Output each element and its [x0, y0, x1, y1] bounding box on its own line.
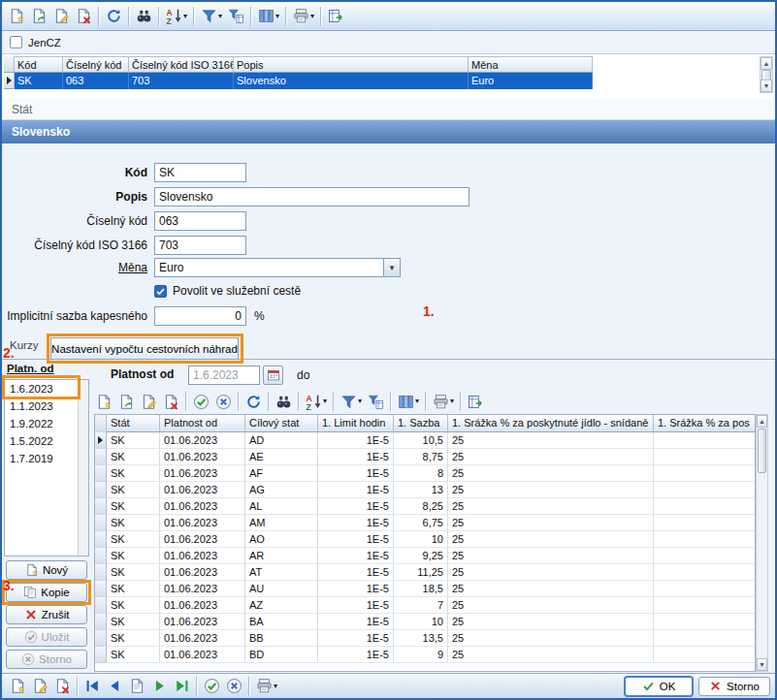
rates-column-header[interactable]: 1. Srážka % za pos — [654, 415, 756, 432]
doc-new-button[interactable] — [6, 5, 28, 28]
platnost-od-input[interactable]: 1.6.2023 — [188, 366, 260, 385]
doc-delete-button[interactable] — [160, 390, 182, 413]
filter-advanced-button[interactable] — [365, 390, 387, 413]
rates-column-header[interactable]: Stát — [107, 415, 160, 432]
kod-input[interactable]: SK — [154, 163, 246, 182]
doc-edit-button[interactable] — [29, 675, 51, 698]
search-button[interactable] — [273, 390, 295, 413]
ok-button[interactable]: OK — [625, 677, 693, 696]
scroll-down-button[interactable]: ▼ — [761, 80, 772, 92]
rates-row[interactable]: SK01.06.2023AU1E-518,525 — [95, 581, 755, 597]
kurzy-scrollbar[interactable] — [78, 380, 88, 556]
rates-row[interactable]: SK01.06.2023AO1E-51025 — [95, 531, 755, 548]
side-button-novy[interactable]: Nový — [6, 560, 87, 580]
rates-column-header[interactable]: Platnost od — [160, 415, 245, 432]
cancel-button[interactable] — [223, 675, 245, 698]
top-grid-column-header[interactable]: Číselný kód ISO 3166 — [129, 56, 234, 73]
doc-edit-button[interactable] — [138, 390, 160, 413]
sort-az-button[interactable]: AZ▾ — [303, 390, 330, 413]
refresh-icon — [245, 394, 262, 410]
calendar-button[interactable] — [263, 366, 283, 385]
rates-column-header[interactable]: 1. Sazba — [394, 415, 448, 432]
refresh-button[interactable] — [103, 5, 125, 28]
mena-label[interactable]: Měna — [2, 258, 147, 277]
side-button-kopie[interactable]: Kopie — [6, 583, 87, 602]
top-grid-column-header[interactable]: Kód — [15, 56, 63, 73]
export-button[interactable] — [325, 5, 347, 28]
filter-button[interactable]: ▾ — [198, 5, 225, 28]
columns-button[interactable]: ▾ — [395, 390, 422, 413]
scroll-up-button[interactable]: ▲ — [757, 415, 767, 428]
kurzy-date-item[interactable]: 1.7.2019 — [5, 450, 88, 467]
rates-row[interactable]: SK01.06.2023AM1E-56,7525 — [95, 515, 755, 531]
print-button[interactable]: ▾ — [430, 390, 457, 413]
nav-last-button[interactable] — [171, 675, 193, 698]
doc-new-button[interactable] — [7, 675, 29, 698]
popis-input[interactable]: Slovensko — [154, 187, 469, 207]
print-button[interactable]: ▾ — [253, 675, 280, 698]
ok-check-icon — [642, 680, 655, 692]
nav-next-button[interactable] — [148, 675, 171, 698]
top-grid-column-header[interactable]: Měna — [469, 56, 593, 73]
kurzy-date-item[interactable]: 1.5.2022 — [5, 432, 88, 450]
jencz-checkbox[interactable] — [10, 36, 22, 48]
doc-delete-button[interactable] — [51, 675, 74, 698]
rates-scrollbar[interactable]: ▲ ▼ — [756, 414, 768, 672]
doc-new-button[interactable] — [93, 390, 115, 413]
print-button[interactable]: ▾ — [290, 5, 317, 28]
apply-button[interactable] — [201, 675, 223, 698]
rates-column-header[interactable]: Cílový stat — [245, 415, 318, 432]
rates-row[interactable]: SK01.06.2023AD1E-510,525 — [95, 432, 755, 449]
refresh-button[interactable] — [243, 390, 265, 413]
columns-button[interactable]: ▾ — [255, 5, 282, 28]
kurzy-date-item[interactable]: 1.6.2023 — [5, 380, 88, 398]
search-button[interactable] — [133, 5, 155, 28]
rates-row[interactable]: SK01.06.2023BD1E-5925 — [95, 647, 755, 663]
rates-row[interactable]: SK01.06.2023BA1E-51025 — [95, 614, 755, 630]
rates-column-header[interactable]: 1. Limit hodin — [318, 415, 394, 432]
doc-open-button[interactable] — [28, 5, 50, 28]
sort-az-button[interactable]: AZ▾ — [163, 5, 190, 28]
storno-button[interactable]: Storno — [698, 677, 770, 696]
ciselny-kod-input[interactable]: 063 — [154, 211, 246, 231]
iso-kod-input[interactable]: 703 — [154, 236, 246, 255]
rates-cell — [654, 548, 756, 564]
travel-settings-tab[interactable]: Nastavení vypočtu cestovních náhrad — [50, 337, 239, 360]
doc-edit-button[interactable] — [50, 5, 73, 28]
rates-row[interactable]: SK01.06.2023AL1E-58,2525 — [95, 498, 755, 515]
mena-combo[interactable]: Euro — [154, 258, 384, 277]
rates-row[interactable]: SK01.06.2023AG1E-51325 — [95, 482, 755, 498]
scroll-down-button[interactable]: ▼ — [757, 658, 767, 671]
scroll-up-button[interactable]: ▲ — [761, 57, 772, 70]
top-grid-column-header[interactable]: Číselný kód — [63, 56, 129, 73]
rates-row[interactable]: SK01.06.2023AF1E-5825 — [95, 465, 755, 482]
nav-prev-button[interactable] — [104, 675, 126, 698]
filter-advanced-button[interactable] — [225, 5, 247, 28]
platn-od-column-header[interactable]: Platn. od — [7, 363, 54, 374]
top-grid-row[interactable]: SK063703SlovenskoEuro — [4, 73, 593, 89]
scroll-thumb[interactable] — [758, 429, 766, 473]
top-grid-column-header[interactable]: Popis — [234, 56, 469, 73]
apply-button[interactable] — [190, 390, 212, 413]
nav-form-button[interactable] — [126, 675, 148, 698]
kurzy-date-item[interactable]: 1.1.2023 — [5, 398, 88, 415]
rates-row[interactable]: SK01.06.2023AZ1E-5725 — [95, 597, 755, 614]
mena-dropdown-button[interactable]: ▾ — [384, 258, 401, 277]
cancel-button[interactable] — [212, 390, 235, 413]
rates-row[interactable]: SK01.06.2023AE1E-58,7525 — [95, 449, 755, 465]
section-stat: Stát — [2, 99, 775, 120]
filter-button[interactable]: ▾ — [338, 390, 365, 413]
povolit-checkbox[interactable] — [154, 285, 167, 298]
doc-delete-button[interactable] — [73, 5, 95, 28]
nav-first-button[interactable] — [81, 675, 104, 698]
top-grid-scrollbar[interactable]: ▲ ▼ — [760, 56, 773, 93]
rates-row[interactable]: SK01.06.2023AR1E-59,2525 — [95, 548, 755, 564]
rates-column-header[interactable]: 1. Srážka % za poskytnuté jídlo - snídan… — [448, 415, 654, 432]
kurzy-date-item[interactable]: 1.9.2022 — [5, 415, 88, 432]
export-button[interactable] — [465, 390, 487, 413]
side-button-zrusit[interactable]: Zrušit — [6, 605, 87, 624]
kapesne-input[interactable]: 0 — [154, 306, 246, 326]
rates-row[interactable]: SK01.06.2023BB1E-513,525 — [95, 630, 755, 647]
rates-row[interactable]: SK01.06.2023AT1E-511,2525 — [95, 564, 755, 581]
doc-open-button[interactable] — [115, 390, 138, 413]
